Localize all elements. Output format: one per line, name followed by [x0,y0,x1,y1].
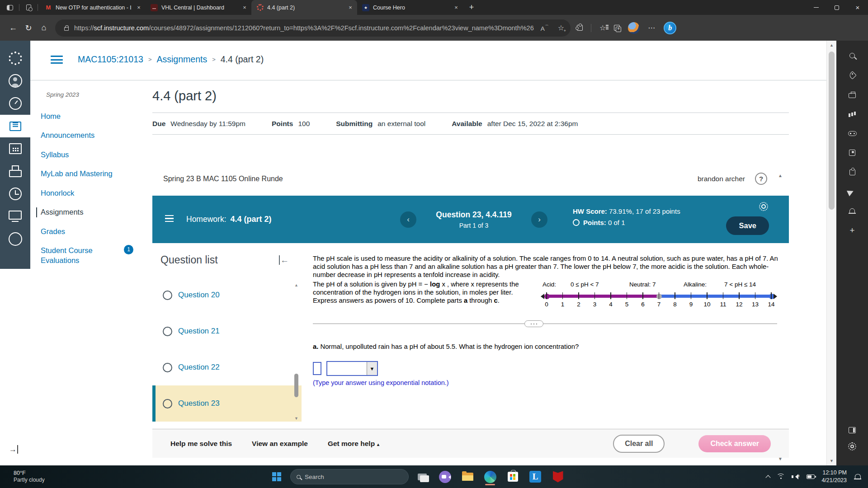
footer-help-link[interactable]: Help me solve this [170,440,232,448]
global-nav-item[interactable] [0,92,30,115]
scroll-up-icon[interactable]: ▲ [827,43,836,47]
drop[interactable] [844,185,860,198]
question-radio[interactable] [163,327,172,336]
settings-gear-icon[interactable] [759,202,768,211]
sidebar-settings-icon[interactable] [844,440,860,453]
shopping[interactable] [844,68,860,82]
breadcrumb-item[interactable]: 4.4 (part 2) [221,54,264,65]
minimize-button[interactable] [806,0,826,15]
global-nav-item[interactable] [0,205,30,228]
scrollbar-thumb[interactable] [294,374,298,397]
course-nav-item[interactable]: Student Course Evaluations1 [41,246,113,265]
save-button[interactable]: Save [726,216,769,235]
collections-icon[interactable] [614,25,620,31]
address-bar[interactable]: https://scf.instructure.com/courses/4897… [55,19,571,37]
course-nav-item[interactable]: Home [41,112,113,121]
frame-scroll-down-icon[interactable]: ▼ [778,456,783,461]
profile-avatar[interactable] [628,22,640,34]
question-radio[interactable] [163,399,172,408]
bing-copilot-icon[interactable]: b [664,22,676,34]
scroll-down-icon[interactable]: ▼ [294,416,298,421]
dropdown-button[interactable]: ▼ [367,362,377,375]
sidebar-panel-icon[interactable] [844,423,860,437]
frame-scroll-up-icon[interactable]: ▲ [778,173,783,178]
prev-question-icon[interactable]: ‹ [400,211,416,228]
footer-help-link[interactable]: Get more help▴ [328,440,379,448]
global-nav-item[interactable] [0,137,30,160]
tray-clock[interactable]: 12:10 PM 4/21/2023 [821,469,847,484]
chat[interactable] [436,468,454,486]
close-tab-icon[interactable]: × [452,4,460,11]
global-nav-item[interactable] [0,160,30,183]
scrollbar-thumb[interactable] [829,52,835,210]
volume-muted-icon[interactable]: × [792,474,800,479]
question-radio[interactable] [163,291,172,300]
footer-help-link[interactable]: View an example [252,440,308,448]
help-icon[interactable]: ? [755,173,767,185]
notifications-bell-icon[interactable] [854,474,861,480]
course-nav-item[interactable]: Syllabus [41,150,113,160]
close-tab-icon[interactable]: × [346,4,354,11]
global-nav-item[interactable] [0,228,30,250]
question-list-item[interactable]: Question 23 [152,385,302,422]
lockdown-browser[interactable]: L [526,468,544,486]
expand-nav-icon[interactable]: → [9,445,18,454]
browser-tab[interactable]: New OTP for authentication - bra × [40,0,146,15]
collapse-panel-icon[interactable]: ← [279,255,289,265]
menu-icon[interactable] [165,215,174,224]
tools[interactable] [844,88,860,101]
tab-actions-icon[interactable] [5,2,15,13]
course-menu-icon[interactable] [51,56,63,66]
question-radio[interactable] [163,363,172,372]
search[interactable] [844,49,860,62]
answer-input-box[interactable] [313,362,321,375]
course-nav-item[interactable]: Honorlock [41,188,113,198]
expand-divider-handle[interactable] [524,320,543,327]
hidden-icons-chevron[interactable] [766,475,771,480]
new-tab-button[interactable]: + [465,1,478,14]
designer[interactable] [844,107,860,121]
close-tab-icon[interactable]: × [241,4,249,11]
games[interactable] [844,127,860,140]
browser-tab[interactable]: Course Hero × [357,0,463,15]
question-list-item[interactable]: Question 20 [152,277,302,313]
scroll-down-icon[interactable]: ▼ [827,459,836,463]
close-tab-icon[interactable]: × [135,4,143,11]
global-nav-item[interactable] [0,47,30,70]
next-question-icon[interactable]: › [531,211,547,228]
battery-icon[interactable] [807,474,815,479]
question-list-item[interactable]: Question 21 [152,313,302,349]
browser-tab[interactable]: VHL Central | Dashboard × [146,0,251,15]
apps[interactable] [844,165,860,179]
browser-tab[interactable]: 4.4 (part 2) × [251,0,357,15]
course-nav-item[interactable]: Assignments [36,207,108,217]
notifications[interactable] [844,204,860,218]
more-menu-icon[interactable]: ⋯ [648,23,656,32]
mcafee[interactable] [549,468,567,486]
global-nav-item[interactable] [0,183,30,205]
start-button[interactable] [268,468,286,486]
page-tab-icon[interactable] [23,2,34,13]
wifi-icon[interactable] [777,474,785,480]
add-favorite-icon[interactable]: ☆ [558,23,564,32]
favorites-icon[interactable]: ☆ [599,23,606,32]
scroll-up-icon[interactable]: ▲ [294,283,298,287]
add[interactable] [844,224,860,237]
photos[interactable] [844,146,860,160]
weather-widget[interactable]: 80°F Partly cloudy [14,469,45,484]
global-nav-item[interactable] [0,70,30,92]
taskbar-search[interactable]: Search [290,469,409,484]
course-nav-item[interactable]: Announcements [41,131,113,140]
home-icon[interactable]: ⌂ [36,21,52,35]
course-nav-item[interactable]: Grades [41,227,113,236]
clear-all-button[interactable]: Clear all [613,435,665,453]
course-nav-item[interactable]: MyLab and Mastering [41,169,113,178]
global-nav-item[interactable] [0,115,30,137]
maximize-button[interactable] [826,0,847,15]
check-answer-button[interactable]: Check answer [698,435,771,452]
answer-dropdown[interactable]: ▼ [326,361,378,376]
breadcrumb-item[interactable]: Assignments [157,54,208,65]
read-aloud-icon[interactable]: A⌒ [541,24,549,32]
question-list-item[interactable]: Question 22 [152,349,302,385]
refresh-icon[interactable]: ↻ [21,21,36,35]
